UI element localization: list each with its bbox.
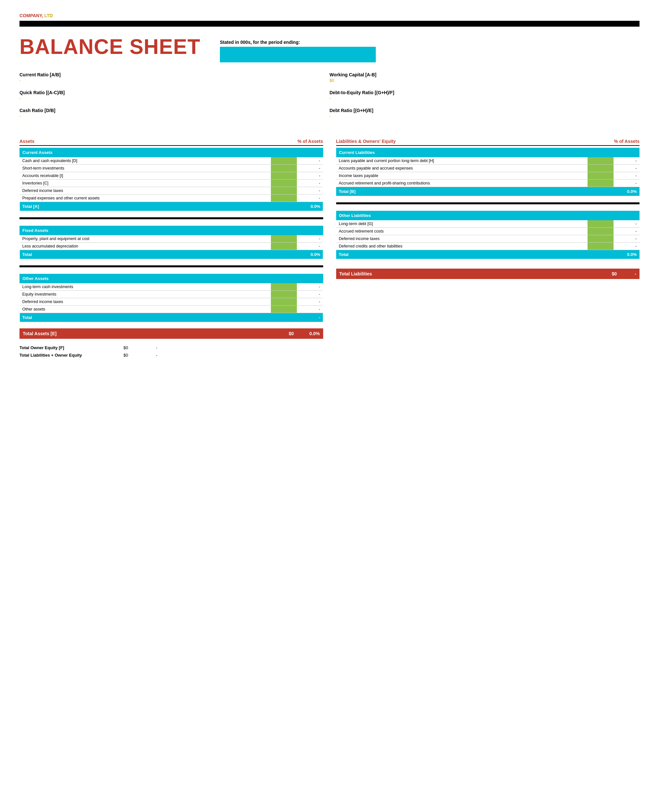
- other-assets-value-3[interactable]: [271, 306, 297, 313]
- other-assets-total-value: [271, 313, 297, 322]
- fixed-assets-total-row: Total 0.0%: [20, 250, 323, 259]
- current-assets-value-0[interactable]: [271, 157, 297, 165]
- other-assets-label-0: Long-term cash investments: [20, 283, 271, 291]
- fixed-assets-table: Fixed Assets Property, plant and equipme…: [19, 226, 323, 259]
- current-liabilities-value-3[interactable]: [588, 180, 613, 187]
- current-liabilities-value-2[interactable]: [588, 172, 613, 180]
- current-assets-header-blue: [297, 148, 323, 157]
- other-liabilities-row-1: Accrued retirement costs -: [336, 228, 640, 235]
- other-liabilities-row-3: Deferred credits and other liabilities -: [336, 243, 640, 250]
- current-liabilities-label-0: Loans payable and current portion long-t…: [336, 157, 588, 165]
- current-liabilities-header-row: Current Liabilities: [336, 148, 640, 157]
- other-liabilities-header-green: [588, 211, 613, 220]
- other-assets-row-2: Deferred income taxes -: [20, 298, 323, 306]
- decorative-bar: [19, 21, 640, 27]
- other-liabilities-pct-2: -: [613, 235, 640, 243]
- fixed-assets-header-row: Fixed Assets: [20, 226, 323, 235]
- other-liabilities-total-row: Total 0.0%: [336, 250, 640, 259]
- fixed-assets-row-0: Property, plant and equipment at cost -: [20, 235, 323, 243]
- debt-ratio-label: Debt Ratio [(G+H)/E]: [330, 108, 640, 113]
- other-assets-value-1[interactable]: [271, 291, 297, 298]
- other-liabilities-label-2: Deferred income taxes: [336, 235, 588, 243]
- other-liabilities-value-3[interactable]: [588, 243, 613, 250]
- current-liabilities-header-label: Current Liabilities: [336, 148, 588, 157]
- total-assets-table: Total Assets [E] $0 0.0%: [19, 328, 323, 339]
- current-assets-row-4: Deferred income taxes -: [20, 187, 323, 195]
- company-header: COMPANY, LTD: [19, 13, 640, 18]
- total-assets-pct: 0.0%: [297, 328, 323, 339]
- fixed-assets-value-0[interactable]: [271, 235, 297, 243]
- other-assets-value-0[interactable]: [271, 283, 297, 291]
- other-assets-label-1: Equity investments: [20, 291, 271, 298]
- other-liabilities-value-0[interactable]: [588, 220, 613, 228]
- current-liabilities-total-value: [588, 187, 613, 196]
- other-liabilities-header-label: Other Liabilities: [336, 211, 588, 220]
- other-assets-header-green: [271, 274, 297, 283]
- owner-equity-label: Total Owner Equity [F]: [19, 345, 110, 350]
- fixed-assets-value-1[interactable]: [271, 243, 297, 250]
- current-liabilities-total-row: Total [B] 0.0%: [336, 187, 640, 196]
- other-assets-row-0: Long-term cash investments -: [20, 283, 323, 291]
- total-assets-section: Total Assets [E] $0 0.0%: [19, 328, 323, 339]
- current-assets-value-2[interactable]: [271, 172, 297, 180]
- other-assets-table: Other Assets Long-term cash investments …: [19, 274, 323, 322]
- current-liabilities-value-0[interactable]: [588, 157, 613, 165]
- other-liabilities-label-0: Long-term debt [G]: [336, 220, 588, 228]
- other-assets-total-pct: -: [297, 313, 323, 322]
- cash-ratio-value: -: [19, 114, 330, 118]
- current-assets-pct-3: -: [297, 180, 323, 187]
- other-liabilities-value-1[interactable]: [588, 228, 613, 235]
- current-assets-pct-4: -: [297, 187, 323, 195]
- current-liabilities-label-3: Accrued retirement and profit-sharing co…: [336, 180, 588, 187]
- current-assets-label-4: Deferred income taxes: [20, 187, 271, 195]
- debt-ratio-value: -: [330, 114, 640, 118]
- current-liabilities-pct-3: -: [613, 180, 640, 187]
- current-assets-value-5[interactable]: [271, 195, 297, 202]
- assets-column: Assets % of Assets Current Assets Cash a…: [19, 139, 323, 360]
- total-liab-equity-label: Total Liabilities + Owner Equity: [19, 353, 110, 358]
- fixed-assets-total-label: Total: [20, 250, 271, 259]
- other-liabilities-row-0: Long-term debt [G] -: [336, 220, 640, 228]
- current-assets-value-1[interactable]: [271, 165, 297, 172]
- current-assets-value-4[interactable]: [271, 187, 297, 195]
- fixed-assets-header-label: Fixed Assets: [20, 226, 271, 235]
- total-liabilities-dash: -: [620, 269, 640, 279]
- other-assets-pct-2: -: [297, 298, 323, 306]
- other-assets-pct-3: -: [297, 306, 323, 313]
- other-liabilities-label-3: Deferred credits and other liabilities: [336, 243, 588, 250]
- cash-ratio-item: Cash Ratio [D/B] -: [19, 108, 330, 118]
- total-liabilities-row: Total Liabilities $0 -: [336, 269, 640, 279]
- working-capital-value: $0: [330, 78, 640, 83]
- other-assets-header-label: Other Assets: [20, 274, 271, 283]
- other-assets-row-3: Other assets -: [20, 306, 323, 313]
- current-ratio-value: -: [19, 78, 330, 83]
- current-liabilities-value-1[interactable]: [588, 165, 613, 172]
- current-liabilities-label-1: Accounts payable and accrued expenses: [336, 165, 588, 172]
- fixed-assets-header-green: [271, 226, 297, 235]
- current-ratio-label: Current Ratio [A/B]: [19, 72, 330, 77]
- current-assets-row-5: Prepaid expenses and other current asset…: [20, 195, 323, 202]
- period-label: Stated in 000s, for the period ending:: [220, 39, 382, 45]
- other-assets-total-row: Total -: [20, 313, 323, 322]
- current-assets-total-value: [271, 202, 297, 211]
- owner-equity-row: Total Owner Equity [F] $0 -: [19, 345, 323, 350]
- fixed-assets-pct-0: -: [297, 235, 323, 243]
- working-capital-label: Working Capital [A-B]: [330, 72, 640, 77]
- current-ratio-item: Current Ratio [A/B] -: [19, 72, 330, 83]
- other-assets-label-3: Other assets: [20, 306, 271, 313]
- total-liabilities-section: Total Liabilities $0 -: [336, 269, 640, 279]
- total-liab-equity-value: $0: [123, 353, 143, 358]
- other-assets-value-2[interactable]: [271, 298, 297, 306]
- other-assets-pct-1: -: [297, 291, 323, 298]
- fixed-assets-total-pct: 0.0%: [297, 250, 323, 259]
- quick-ratio-item: Quick Ratio [(A-C)/B] -: [19, 90, 330, 101]
- fixed-assets-header-blue: [297, 226, 323, 235]
- current-assets-label-0: Cash and cash equivalents [D]: [20, 157, 271, 165]
- other-liabilities-header-row: Other Liabilities: [336, 211, 640, 220]
- current-liabilities-pct-2: -: [613, 172, 640, 180]
- period-input[interactable]: [220, 47, 376, 62]
- liabilities-pct-header: % of Assets: [614, 139, 640, 144]
- other-liabilities-value-2[interactable]: [588, 235, 613, 243]
- separator-1: [19, 217, 323, 219]
- current-assets-value-3[interactable]: [271, 180, 297, 187]
